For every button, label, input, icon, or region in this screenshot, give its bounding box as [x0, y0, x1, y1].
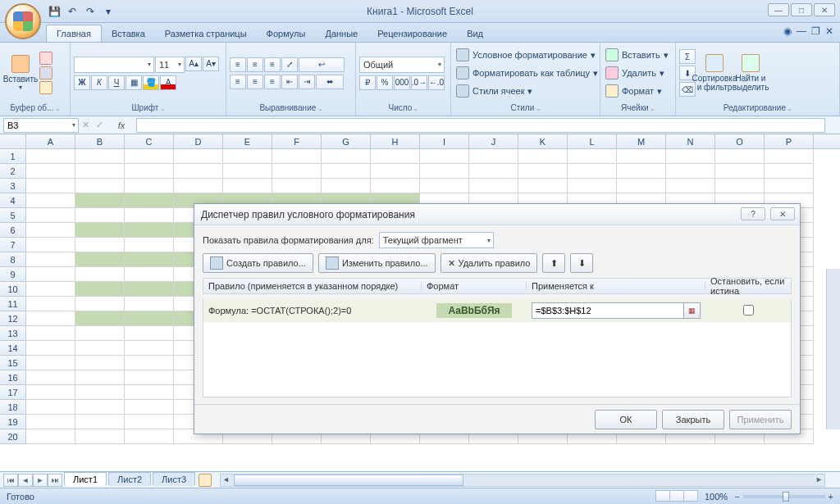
row-header-14[interactable]: 14: [0, 341, 26, 356]
col-header-J[interactable]: J: [469, 134, 518, 148]
cell[interactable]: [26, 193, 75, 208]
cell[interactable]: [617, 149, 666, 164]
tab-Данные[interactable]: Данные: [315, 25, 368, 42]
cell[interactable]: [371, 179, 420, 193]
cell[interactable]: [469, 149, 518, 164]
stop-if-true-checkbox[interactable]: [743, 305, 754, 316]
cell[interactable]: [75, 149, 125, 164]
col-header-D[interactable]: D: [174, 134, 223, 148]
italic-button[interactable]: К: [91, 75, 107, 90]
align-right[interactable]: ≡: [264, 75, 281, 89]
cell[interactable]: [75, 341, 125, 356]
cell[interactable]: [617, 164, 666, 179]
ribbon-minimize-icon[interactable]: —: [797, 25, 806, 37]
dialog-close-button[interactable]: ✕: [770, 207, 795, 220]
fx-icon[interactable]: fx: [112, 120, 131, 130]
cell[interactable]: [26, 282, 75, 297]
col-header-K[interactable]: K: [518, 134, 568, 148]
font-size-combo[interactable]: 11: [155, 57, 185, 73]
cell[interactable]: [174, 179, 223, 193]
zoom-in[interactable]: +: [829, 492, 833, 502]
cell[interactable]: [125, 356, 174, 370]
close-button[interactable]: ✕: [814, 3, 835, 16]
cell[interactable]: [420, 179, 469, 193]
cell[interactable]: [125, 267, 174, 282]
cell[interactable]: [223, 164, 272, 179]
comma-button[interactable]: 000: [394, 75, 410, 90]
cell[interactable]: [272, 149, 322, 164]
cell[interactable]: [568, 164, 617, 179]
number-format-combo[interactable]: Общий: [359, 57, 445, 73]
align-center[interactable]: ≡: [247, 75, 263, 89]
cell[interactable]: [568, 179, 617, 193]
cell[interactable]: [75, 223, 125, 238]
sheet-nav-first[interactable]: ⏮: [3, 474, 18, 487]
cell[interactable]: [617, 179, 666, 193]
cell[interactable]: [174, 164, 223, 179]
cell[interactable]: [469, 179, 518, 193]
office-button[interactable]: [5, 3, 41, 39]
cell[interactable]: [125, 400, 174, 415]
tab-Рецензирование[interactable]: Рецензирование: [368, 25, 457, 42]
row-header-7[interactable]: 7: [0, 238, 26, 252]
cell[interactable]: [371, 164, 420, 179]
cell[interactable]: [518, 179, 568, 193]
cell[interactable]: [75, 208, 125, 223]
tab-Разметка страницы[interactable]: Разметка страницы: [155, 25, 257, 42]
cell[interactable]: [75, 400, 125, 415]
select-all-corner[interactable]: [0, 134, 26, 148]
sheet-tab-Лист3[interactable]: Лист3: [153, 472, 195, 486]
cell[interactable]: [26, 223, 75, 238]
paste-button[interactable]: Вставить▾: [3, 47, 38, 99]
row-header-16[interactable]: 16: [0, 370, 26, 385]
cell[interactable]: [75, 238, 125, 252]
cell[interactable]: [26, 164, 75, 179]
cell[interactable]: [26, 267, 75, 282]
cut-icon[interactable]: [39, 52, 52, 65]
view-buttons[interactable]: [656, 490, 698, 503]
tab-Главная[interactable]: Главная: [46, 25, 102, 42]
sheet-nav-prev[interactable]: ◄: [18, 474, 33, 487]
qat-customize[interactable]: ▾: [100, 3, 116, 20]
sheet-nav-next[interactable]: ►: [33, 474, 48, 487]
horizontal-scrollbar[interactable]: [220, 474, 825, 487]
col-header-L[interactable]: L: [568, 134, 617, 148]
col-header-B[interactable]: B: [75, 134, 125, 148]
inc-decimal[interactable]: .0→: [411, 75, 427, 90]
col-header-M[interactable]: M: [617, 134, 666, 148]
col-header-A[interactable]: A: [26, 134, 75, 148]
col-header-I[interactable]: I: [420, 134, 469, 148]
cell[interactable]: [75, 311, 125, 326]
cell[interactable]: [125, 341, 174, 356]
font-name-combo[interactable]: [74, 57, 154, 73]
help-icon[interactable]: ◉: [783, 25, 792, 37]
sheet-tab-Лист1[interactable]: Лист1: [64, 472, 107, 486]
zoom-level[interactable]: 100%: [705, 492, 728, 502]
applies-to-input[interactable]: [532, 306, 683, 316]
cell[interactable]: [518, 164, 568, 179]
row-header-12[interactable]: 12: [0, 311, 26, 326]
font-color-button[interactable]: A: [160, 75, 176, 90]
row-header-4[interactable]: 4: [0, 193, 26, 208]
qat-redo[interactable]: ↷: [82, 3, 98, 20]
cell[interactable]: [666, 149, 715, 164]
cell[interactable]: [174, 149, 223, 164]
cell[interactable]: [125, 238, 174, 252]
row-header-11[interactable]: 11: [0, 297, 26, 311]
col-header-G[interactable]: G: [322, 134, 371, 148]
currency-button[interactable]: ₽: [359, 75, 376, 90]
scope-combo[interactable]: Текущий фрагмент: [379, 232, 494, 248]
col-header-P[interactable]: P: [765, 134, 814, 148]
cell[interactable]: [125, 208, 174, 223]
copy-icon[interactable]: [39, 66, 52, 79]
tab-Вставка[interactable]: Вставка: [102, 25, 155, 42]
col-header-E[interactable]: E: [223, 134, 272, 148]
row-header-6[interactable]: 6: [0, 223, 26, 238]
cell[interactable]: [371, 149, 420, 164]
cell[interactable]: [765, 164, 814, 179]
percent-button[interactable]: %: [377, 75, 393, 90]
cell[interactable]: [125, 252, 174, 267]
shrink-font-button[interactable]: A▾: [203, 57, 219, 71]
cell[interactable]: [765, 179, 814, 193]
cell[interactable]: [125, 311, 174, 326]
